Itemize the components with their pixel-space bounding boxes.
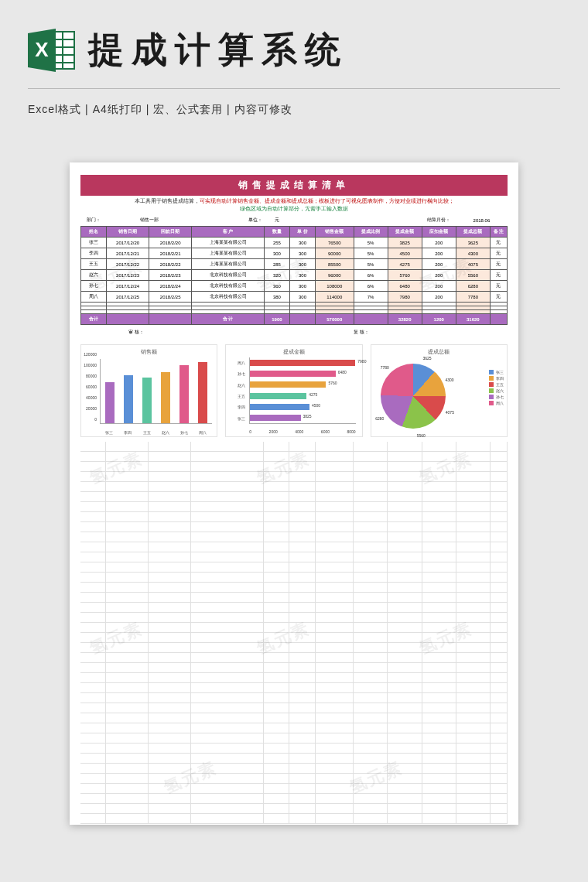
table-header-cell: 回款日期	[149, 227, 192, 238]
unit-value: 元	[264, 214, 289, 227]
unit-label: 单位：	[192, 214, 265, 227]
pie-legend: 张三李四王五赵六孙七周八	[489, 368, 504, 407]
excel-icon: X	[26, 27, 77, 74]
document-card: 销售提成结算清单 本工具用于销售提成结算，可实现自动计算销售金额、提成金额和提成…	[70, 162, 518, 825]
sign-row: 审 核： 复 核：	[81, 325, 508, 339]
dept-value: 销售一部	[107, 214, 192, 227]
sum-ded: 1200	[422, 314, 456, 325]
hbar: 4275	[250, 393, 355, 399]
table-header-cell: 姓名	[81, 227, 107, 238]
subhead: Excel格式 | A4纸打印 | 宏、公式套用 | 内容可修改	[0, 95, 588, 131]
table-header-cell: 提成金额	[388, 227, 422, 238]
table-desc-row: 本工具用于销售提成结算，可实现自动计算销售金额、提成金额和提成总额；模板进行了可…	[81, 196, 508, 215]
chart-title: 提成总额	[371, 345, 507, 357]
hbar: 6480	[250, 371, 355, 377]
desc-mid: 可实现自动计算销售金额、提成金额和提成总额；模板进行了可视化图表制作，方便对业绩…	[200, 198, 454, 203]
table-header-cell: 客 户	[192, 227, 265, 238]
doc-title: 销售提成结算清单	[81, 176, 508, 196]
sum-amt: 570000	[316, 314, 354, 325]
sum-tot: 31620	[456, 314, 490, 325]
chart-title: 销售额	[81, 345, 217, 357]
hbar: 4500	[250, 404, 355, 410]
bar	[124, 375, 133, 423]
table-header-cell: 提成总额	[456, 227, 490, 238]
sum-qty: 1900	[264, 314, 289, 325]
sum-label: 合计	[81, 314, 107, 325]
sum-mid: 合 计	[192, 314, 265, 325]
table-header-cell: 备 注	[490, 227, 507, 238]
bar	[198, 362, 207, 423]
bar	[179, 365, 189, 423]
table-row: 孙七2017/12/242018/2/24北京科技有限公司36030010800…	[81, 281, 508, 292]
bar	[142, 378, 152, 423]
hbar: 3825	[250, 415, 355, 421]
bar	[161, 372, 170, 423]
table-header-row: 姓名销售日期回款日期客 户数量单 价销售金额提成比例提成金额应扣金额提成总额备 …	[81, 227, 508, 238]
charts-row: 销售额 020000400006000080000100000120000 张三…	[80, 344, 508, 437]
main-table: 销售提成结算清单 本工具用于销售提成结算，可实现自动计算销售金额、提成金额和提成…	[80, 175, 508, 338]
table-row: 周八2017/12/252018/2/25北京科技有限公司38030011400…	[81, 292, 508, 303]
sum-comm: 32820	[388, 314, 422, 325]
page-title: 提成计算系统	[88, 26, 348, 74]
recheck-label: 复 核：	[354, 325, 507, 339]
desc-green: 绿色区域为自动计算部分，无需手工输入数据	[240, 206, 348, 211]
table-row: 王五2017/12/222018/2/22上海某某有限公司28530085500…	[81, 259, 508, 270]
table-header-cell: 数量	[264, 227, 289, 238]
month-value: 2018.06	[456, 214, 507, 227]
month-label: 结算月份：	[422, 214, 456, 227]
table-header-cell: 销售金额	[316, 227, 354, 238]
chart-total-pie: 提成总额 362543004075556062807780 张三李四王五赵六孙七…	[371, 344, 508, 437]
chart-commission-hbar: 提成金额 周八孙七赵六王五李四张三 7980648057604275450038…	[225, 344, 362, 437]
svg-text:X: X	[35, 38, 49, 61]
page-header: X 提成计算系统	[0, 0, 588, 88]
audit-label: 审 核：	[81, 325, 192, 339]
table-row: 赵六2017/12/232018/2/23北京科技有限公司32030096000…	[81, 270, 508, 281]
table-header-cell: 应扣金额	[422, 227, 456, 238]
table-header-cell: 提成比例	[354, 227, 388, 238]
hbar: 7980	[250, 360, 355, 366]
chart-sales-bar: 销售额 020000400006000080000100000120000 张三…	[80, 344, 217, 437]
desc-left: 本工具用于销售提成结算，	[135, 198, 200, 203]
empty-grid	[80, 442, 508, 824]
chart-title: 提成金额	[226, 345, 361, 357]
table-header-cell: 单 价	[289, 227, 315, 238]
table-title-row: 销售提成结算清单	[81, 176, 508, 196]
table-header-cell: 销售日期	[107, 227, 149, 238]
page-root: X 提成计算系统 Excel格式 | A4纸打印 | 宏、公式套用 | 内容可修…	[0, 0, 588, 882]
table-row: 李四2017/12/212018/2/21上海某某有限公司30030090000…	[81, 248, 508, 259]
header-separator	[28, 88, 560, 89]
table-row: 张三2017/12/202018/2/20上海某某有限公司25530076500…	[81, 238, 508, 248]
pie-wrap: 362543004075556062807780	[381, 364, 446, 429]
bar	[105, 382, 115, 423]
dept-label: 部门：	[81, 214, 107, 227]
hbar: 5760	[250, 381, 355, 388]
table-sum-row: 合计 合 计 1900 570000 32820 1200 31620	[81, 314, 508, 325]
context-row: 部门： 销售一部 单位： 元 结算月份： 2018.06	[81, 214, 508, 227]
